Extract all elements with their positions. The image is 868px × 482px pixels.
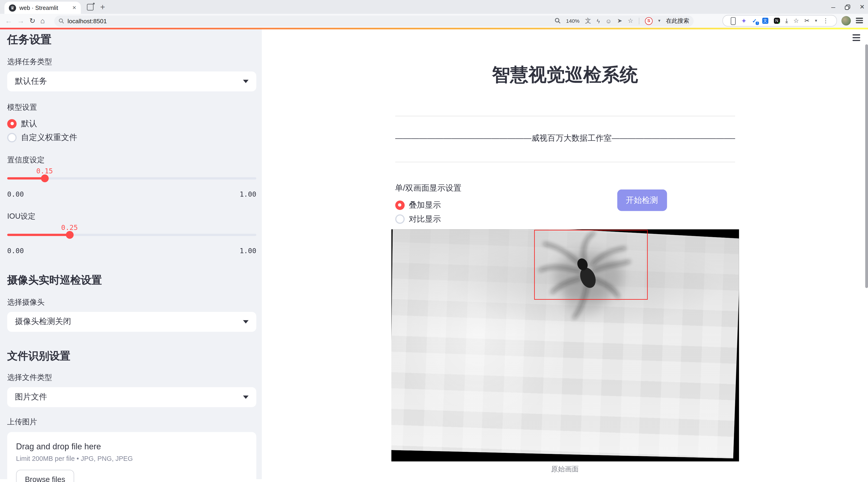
task-type-select[interactable]: 默认任务 <box>7 71 256 91</box>
slider-thumb[interactable] <box>65 231 73 238</box>
chevron-down-icon[interactable]: ▾ <box>658 18 660 23</box>
browse-files-button[interactable]: Browse files <box>16 469 74 482</box>
model-settings-label: 模型设置 <box>7 102 256 112</box>
inspection-image <box>391 229 739 461</box>
task-type-value: 默认任务 <box>15 76 243 87</box>
display-option-overlay[interactable]: 叠加显示 <box>395 200 735 210</box>
radio-selected-icon[interactable] <box>395 200 404 210</box>
task-type-label: 选择任务类型 <box>7 57 256 66</box>
search-icon <box>59 18 64 24</box>
model-option-default[interactable]: 默认 <box>7 118 256 129</box>
check-extension-icon[interactable]: ✓! <box>752 18 757 24</box>
phone-extension-icon[interactable] <box>731 17 736 25</box>
chevron-down-icon <box>243 320 248 323</box>
start-detection-button[interactable]: 开始检测 <box>617 189 667 211</box>
share-icon[interactable]: ➤ <box>617 17 622 24</box>
confidence-slider[interactable]: 0.15 <box>7 167 256 185</box>
display-mode-label: 单/双画面显示设置 <box>395 183 735 192</box>
slider-fill <box>7 233 69 236</box>
home-icon[interactable]: ⌂ <box>40 17 45 25</box>
file-type-label: 选择文件类型 <box>7 372 256 382</box>
gemini-extension-icon[interactable]: ✦ <box>741 18 747 24</box>
reload-icon[interactable]: ↻ <box>29 17 35 25</box>
radio-label: 叠加显示 <box>409 200 441 210</box>
browser-window: ♛ web · Streamlit ✕ + – ✕ ← → ↻ ⌂ localh… <box>0 0 868 482</box>
tab-title: web · Streamlit <box>19 4 70 11</box>
file-settings-heading: 文件识别设置 <box>7 349 256 362</box>
url-text[interactable]: localhost:8501 <box>68 18 555 24</box>
camera-select-value: 摄像头检测关闭 <box>15 316 243 327</box>
main-content: 智慧视觉巡检系统 —————————————————威视百万大数据工作室————… <box>262 29 868 479</box>
file-uploader-dropzone[interactable]: Drag and drop file here Limit 200MB per … <box>7 432 256 482</box>
tab-group-icon[interactable] <box>87 4 94 10</box>
iou-label: IOU设定 <box>7 211 256 221</box>
divider <box>395 161 735 162</box>
more-options-icon[interactable]: ⋮ <box>823 17 829 24</box>
camera-select-label: 选择摄像头 <box>7 297 256 306</box>
window-close-icon[interactable]: ✕ <box>860 3 865 10</box>
translate-extension-icon[interactable]: 文 <box>762 18 768 24</box>
search-engine-icon[interactable]: S <box>645 17 653 25</box>
lightning-icon[interactable]: ϟ <box>597 18 600 24</box>
sidebar: 任务设置 选择任务类型 默认任务 模型设置 默认 自定义权重文件 置信度设定 0… <box>0 29 262 479</box>
radio-label: 对比显示 <box>409 214 441 224</box>
slider-max-label: 1.00 <box>240 246 256 254</box>
radio-label: 自定义权重文件 <box>21 132 77 143</box>
page-title: 智慧视觉巡检系统 <box>395 29 735 87</box>
iou-slider[interactable]: 0.25 <box>7 223 256 242</box>
back-icon[interactable]: ← <box>5 17 12 25</box>
task-settings-heading: 任务设置 <box>7 32 256 46</box>
divider <box>639 18 639 24</box>
forward-icon[interactable]: → <box>17 17 24 25</box>
browser-toolbar: ← → ↻ ⌂ localhost:8501 140% 文 ϟ ☺ ➤ ☆ S … <box>0 14 868 28</box>
page-scrollbar[interactable] <box>865 44 868 288</box>
chevron-down-icon <box>243 395 248 398</box>
dropzone-instructions: Drag and drop file here <box>16 441 248 451</box>
dropzone-limit-text: Limit 200MB per file • JPG, PNG, JPEG <box>16 454 248 462</box>
browser-tab-bar: ♛ web · Streamlit ✕ + – ✕ <box>0 0 868 14</box>
zoom-icon[interactable] <box>554 18 560 24</box>
radio-selected-icon[interactable] <box>7 119 17 128</box>
address-bar[interactable]: localhost:8501 140% 文 ϟ ☺ ➤ ☆ S ▾ 在此搜索 <box>54 15 693 26</box>
profile-avatar[interactable] <box>841 16 851 25</box>
model-option-custom-weights[interactable]: 自定义权重文件 <box>7 132 256 143</box>
display-option-compare[interactable]: 对比显示 <box>395 214 735 224</box>
window-minimize-icon[interactable]: – <box>831 3 835 11</box>
chevron-down-icon[interactable]: ▾ <box>815 18 817 23</box>
slider-fill <box>7 177 44 179</box>
slider-value: 0.25 <box>61 223 78 231</box>
detection-bounding-box <box>534 230 647 299</box>
upload-label: 上传图片 <box>7 417 256 426</box>
radio-unselected-icon[interactable] <box>7 133 17 142</box>
browser-tab[interactable]: ♛ web · Streamlit ✕ <box>4 2 81 14</box>
radio-unselected-icon[interactable] <box>395 214 404 223</box>
new-tab-icon[interactable]: + <box>100 4 105 10</box>
radio-label: 默认 <box>21 118 37 129</box>
camera-select[interactable]: 摄像头检测关闭 <box>7 311 256 332</box>
streamlit-menu-icon[interactable] <box>852 34 860 42</box>
tab-close-icon[interactable]: ✕ <box>72 5 76 10</box>
favorites-icon[interactable]: ☆ <box>794 17 799 24</box>
translate-icon[interactable]: 文 <box>585 17 591 25</box>
bookmark-star-icon[interactable]: ☆ <box>628 17 633 24</box>
scissors-icon[interactable]: ✂ <box>804 17 809 24</box>
extensions-container: ✦ ✓! 文 N ⤓ ☆ ✂ ▾ ⋮ <box>722 15 837 27</box>
download-icon[interactable]: ⤓ <box>785 17 788 24</box>
search-here-label[interactable]: 在此搜索 <box>666 17 689 25</box>
slider-min-label: 0.00 <box>7 246 24 254</box>
browser-menu-icon[interactable] <box>856 18 863 25</box>
n-extension-icon[interactable]: N <box>774 18 780 24</box>
slider-thumb[interactable] <box>41 174 49 182</box>
streamlit-favicon-icon: ♛ <box>9 4 16 11</box>
chevron-down-icon <box>243 80 248 83</box>
camera-settings-heading: 摄像头实时巡检设置 <box>7 273 256 286</box>
smiley-icon[interactable]: ☺ <box>605 18 612 24</box>
slider-max-label: 1.00 <box>240 190 256 198</box>
image-caption: 原始画面 <box>395 464 735 474</box>
studio-byline: —————————————————威视百万大数据工作室—————————————… <box>395 133 735 143</box>
zoom-level[interactable]: 140% <box>566 18 580 24</box>
window-restore-icon[interactable] <box>844 4 850 10</box>
confidence-label: 置信度设定 <box>7 155 256 164</box>
file-type-select[interactable]: 图片文件 <box>7 387 256 407</box>
divider <box>395 115 735 116</box>
